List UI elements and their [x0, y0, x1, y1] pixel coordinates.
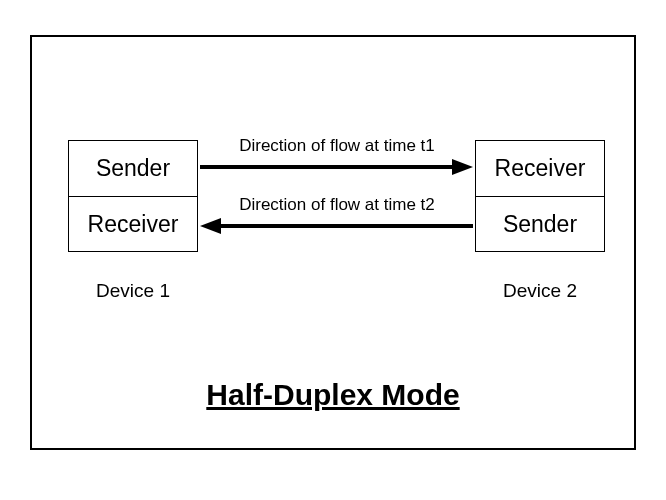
- device-2-sender-cell: Sender: [476, 196, 604, 251]
- device-2-receiver-cell: Receiver: [476, 141, 604, 196]
- arrow-left-icon: [200, 215, 473, 237]
- flow-label-t1: Direction of flow at time t1: [202, 136, 472, 156]
- device-2-box: Receiver Sender: [475, 140, 605, 252]
- diagram-title: Half-Duplex Mode: [0, 378, 666, 412]
- svg-marker-3: [200, 218, 221, 234]
- device-1-label: Device 1: [68, 280, 198, 302]
- flow-label-t2: Direction of flow at time t2: [202, 195, 472, 215]
- device-2-label: Device 2: [475, 280, 605, 302]
- arrow-right-icon: [200, 156, 473, 178]
- device-1-receiver-cell: Receiver: [69, 196, 197, 251]
- svg-marker-1: [452, 159, 473, 175]
- device-1-box: Sender Receiver: [68, 140, 198, 252]
- device-1-sender-cell: Sender: [69, 141, 197, 196]
